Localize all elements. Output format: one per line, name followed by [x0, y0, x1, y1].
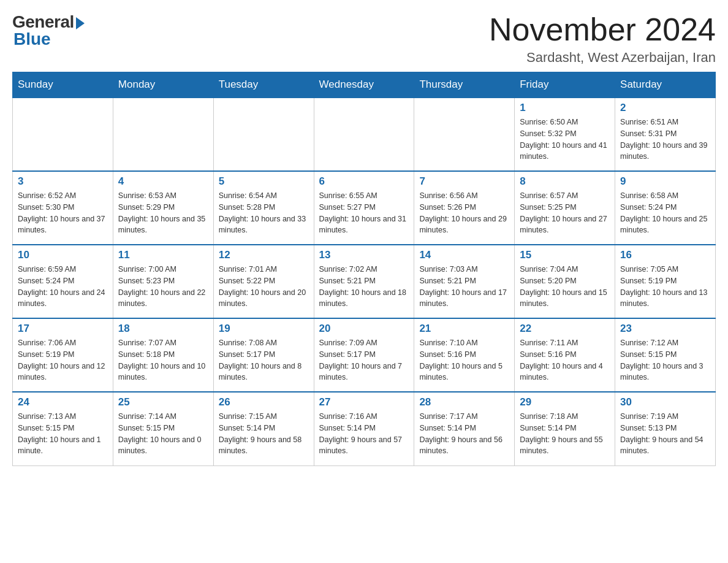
day-info: Sunrise: 7:16 AMSunset: 5:14 PMDaylight:… [319, 411, 409, 457]
day-info: Sunrise: 7:17 AMSunset: 5:14 PMDaylight:… [419, 411, 509, 457]
day-number: 2 [620, 102, 710, 114]
calendar-cell: 16Sunrise: 7:05 AMSunset: 5:19 PMDayligh… [615, 245, 716, 318]
location-subtitle: Sardasht, West Azerbaijan, Iran [489, 50, 716, 66]
calendar-cell [113, 98, 213, 171]
day-number: 17 [18, 323, 108, 335]
day-info: Sunrise: 7:07 AMSunset: 5:18 PMDaylight:… [118, 337, 208, 383]
day-info: Sunrise: 7:18 AMSunset: 5:14 PMDaylight:… [520, 411, 610, 457]
calendar-cell: 4Sunrise: 6:53 AMSunset: 5:29 PMDaylight… [113, 171, 213, 245]
calendar-cell [213, 98, 314, 171]
day-info: Sunrise: 6:57 AMSunset: 5:25 PMDaylight:… [520, 190, 610, 236]
day-number: 18 [118, 323, 208, 335]
day-info: Sunrise: 6:55 AMSunset: 5:27 PMDaylight:… [319, 190, 409, 236]
calendar-cell: 20Sunrise: 7:09 AMSunset: 5:17 PMDayligh… [314, 318, 414, 392]
day-number: 24 [18, 396, 108, 408]
day-info: Sunrise: 7:13 AMSunset: 5:15 PMDaylight:… [18, 411, 108, 457]
days-header-row: SundayMondayTuesdayWednesdayThursdayFrid… [13, 72, 716, 98]
day-number: 25 [118, 396, 208, 408]
calendar-cell: 21Sunrise: 7:10 AMSunset: 5:16 PMDayligh… [414, 318, 515, 392]
calendar-cell: 15Sunrise: 7:04 AMSunset: 5:20 PMDayligh… [515, 245, 615, 318]
week-row-3: 10Sunrise: 6:59 AMSunset: 5:24 PMDayligh… [13, 245, 716, 318]
calendar-cell: 29Sunrise: 7:18 AMSunset: 5:14 PMDayligh… [515, 392, 615, 465]
calendar-cell: 1Sunrise: 6:50 AMSunset: 5:32 PMDaylight… [515, 98, 615, 171]
day-info: Sunrise: 7:05 AMSunset: 5:19 PMDaylight:… [620, 264, 710, 310]
day-number: 27 [319, 396, 409, 408]
day-info: Sunrise: 7:02 AMSunset: 5:21 PMDaylight:… [319, 264, 409, 310]
calendar-cell: 24Sunrise: 7:13 AMSunset: 5:15 PMDayligh… [13, 392, 113, 465]
day-number: 22 [520, 323, 610, 335]
day-number: 30 [620, 396, 710, 408]
day-info: Sunrise: 7:08 AMSunset: 5:17 PMDaylight:… [219, 337, 309, 383]
day-header-friday: Friday [515, 72, 615, 98]
logo-arrow-icon [76, 17, 85, 29]
calendar-cell: 8Sunrise: 6:57 AMSunset: 5:25 PMDaylight… [515, 171, 615, 245]
calendar-table: SundayMondayTuesdayWednesdayThursdayFrid… [12, 72, 716, 466]
day-number: 16 [620, 249, 710, 261]
day-info: Sunrise: 7:00 AMSunset: 5:23 PMDaylight:… [118, 264, 208, 310]
calendar-cell: 5Sunrise: 6:54 AMSunset: 5:28 PMDaylight… [213, 171, 314, 245]
day-info: Sunrise: 6:53 AMSunset: 5:29 PMDaylight:… [118, 190, 208, 236]
day-header-tuesday: Tuesday [213, 72, 314, 98]
day-number: 6 [319, 175, 409, 188]
day-number: 4 [118, 175, 208, 188]
day-info: Sunrise: 6:51 AMSunset: 5:31 PMDaylight:… [620, 117, 710, 163]
calendar-cell: 10Sunrise: 6:59 AMSunset: 5:24 PMDayligh… [13, 245, 113, 318]
day-info: Sunrise: 6:54 AMSunset: 5:28 PMDaylight:… [219, 190, 309, 236]
day-number: 7 [419, 175, 509, 188]
day-header-sunday: Sunday [13, 72, 113, 98]
day-number: 14 [419, 249, 509, 261]
day-number: 15 [520, 249, 610, 261]
day-info: Sunrise: 6:59 AMSunset: 5:24 PMDaylight:… [18, 264, 108, 310]
calendar-cell: 6Sunrise: 6:55 AMSunset: 5:27 PMDaylight… [314, 171, 414, 245]
day-number: 29 [520, 396, 610, 408]
day-number: 13 [319, 249, 409, 261]
month-title: November 2024 [489, 12, 716, 47]
day-info: Sunrise: 6:52 AMSunset: 5:30 PMDaylight:… [18, 190, 108, 236]
page-header: General Blue November 2024 Sardasht, Wes… [12, 12, 716, 66]
day-info: Sunrise: 7:10 AMSunset: 5:16 PMDaylight:… [419, 337, 509, 383]
day-number: 8 [520, 175, 610, 188]
calendar-cell [314, 98, 414, 171]
day-info: Sunrise: 7:11 AMSunset: 5:16 PMDaylight:… [520, 337, 610, 383]
week-row-2: 3Sunrise: 6:52 AMSunset: 5:30 PMDaylight… [13, 171, 716, 245]
title-block: November 2024 Sardasht, West Azerbaijan,… [489, 12, 716, 66]
day-info: Sunrise: 7:12 AMSunset: 5:15 PMDaylight:… [620, 337, 710, 383]
calendar-cell: 18Sunrise: 7:07 AMSunset: 5:18 PMDayligh… [113, 318, 213, 392]
day-info: Sunrise: 6:58 AMSunset: 5:24 PMDaylight:… [620, 190, 710, 236]
calendar-cell: 13Sunrise: 7:02 AMSunset: 5:21 PMDayligh… [314, 245, 414, 318]
calendar-cell [13, 98, 113, 171]
calendar-cell: 22Sunrise: 7:11 AMSunset: 5:16 PMDayligh… [515, 318, 615, 392]
day-number: 19 [219, 323, 309, 335]
day-info: Sunrise: 7:01 AMSunset: 5:22 PMDaylight:… [219, 264, 309, 310]
calendar-cell: 28Sunrise: 7:17 AMSunset: 5:14 PMDayligh… [414, 392, 515, 465]
week-row-4: 17Sunrise: 7:06 AMSunset: 5:19 PMDayligh… [13, 318, 716, 392]
day-number: 3 [18, 175, 108, 188]
day-number: 21 [419, 323, 509, 335]
calendar-cell: 25Sunrise: 7:14 AMSunset: 5:15 PMDayligh… [113, 392, 213, 465]
day-number: 28 [419, 396, 509, 408]
day-number: 9 [620, 175, 710, 188]
day-number: 26 [219, 396, 309, 408]
calendar-cell: 14Sunrise: 7:03 AMSunset: 5:21 PMDayligh… [414, 245, 515, 318]
day-number: 20 [319, 323, 409, 335]
day-number: 11 [118, 249, 208, 261]
calendar-cell: 2Sunrise: 6:51 AMSunset: 5:31 PMDaylight… [615, 98, 716, 171]
calendar-cell: 17Sunrise: 7:06 AMSunset: 5:19 PMDayligh… [13, 318, 113, 392]
calendar-cell: 23Sunrise: 7:12 AMSunset: 5:15 PMDayligh… [615, 318, 716, 392]
day-info: Sunrise: 6:56 AMSunset: 5:26 PMDaylight:… [419, 190, 509, 236]
day-number: 1 [520, 102, 610, 114]
calendar-cell: 11Sunrise: 7:00 AMSunset: 5:23 PMDayligh… [113, 245, 213, 318]
calendar-cell: 3Sunrise: 6:52 AMSunset: 5:30 PMDaylight… [13, 171, 113, 245]
calendar-cell: 12Sunrise: 7:01 AMSunset: 5:22 PMDayligh… [213, 245, 314, 318]
day-info: Sunrise: 7:19 AMSunset: 5:13 PMDaylight:… [620, 411, 710, 457]
day-header-thursday: Thursday [414, 72, 515, 98]
day-info: Sunrise: 7:14 AMSunset: 5:15 PMDaylight:… [118, 411, 208, 457]
day-info: Sunrise: 7:09 AMSunset: 5:17 PMDaylight:… [319, 337, 409, 383]
logo: General Blue [12, 12, 85, 49]
day-header-wednesday: Wednesday [314, 72, 414, 98]
day-header-monday: Monday [113, 72, 213, 98]
calendar-cell [414, 98, 515, 171]
calendar-cell: 30Sunrise: 7:19 AMSunset: 5:13 PMDayligh… [615, 392, 716, 465]
day-info: Sunrise: 7:04 AMSunset: 5:20 PMDaylight:… [520, 264, 610, 310]
week-row-1: 1Sunrise: 6:50 AMSunset: 5:32 PMDaylight… [13, 98, 716, 171]
